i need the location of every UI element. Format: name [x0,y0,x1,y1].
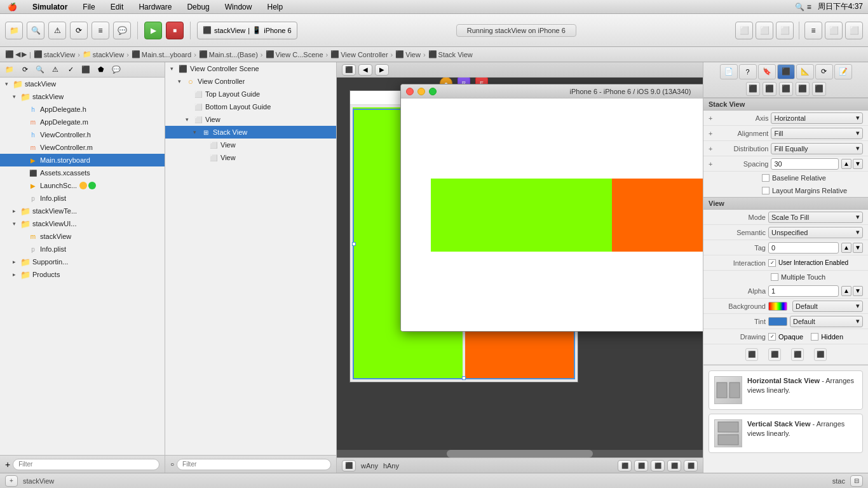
menu-debug[interactable]: Debug [184,3,212,11]
tree-item-supportin[interactable]: 📁 Supportin... [0,255,165,268]
tree-item-appdelegate-m[interactable]: m AppDelegate.m [0,116,165,128]
breadcrumb-nav-next[interactable]: ▶ [22,50,27,58]
tree-item-main-storyboard[interactable]: ▶ Main.storyboard [0,154,165,166]
nav-btn-warn[interactable]: ⚠ [48,22,66,39]
editor-standard[interactable]: ⬜ [735,22,753,39]
tree-item-viewcontroller-h[interactable]: h ViewController.h [0,128,165,141]
view-navigator[interactable]: ≡ [804,22,822,39]
nav-tab-test[interactable]: ✓ [64,64,78,76]
ib-vc-row[interactable]: ○ View Controller [165,75,336,88]
menu-edit[interactable]: Edit [108,3,126,11]
hidden-checkbox[interactable] [811,333,818,341]
canvas-btn1[interactable]: ⬛ [618,460,632,471]
tree-item-stackviewui[interactable]: 📁 stackViewUI... [0,217,165,230]
insp-tab-size[interactable]: 📐 [796,64,814,79]
tree-arrow[interactable] [170,65,178,72]
alpha-step-down[interactable]: ▼ [853,286,863,296]
tree-arrow[interactable] [193,129,201,135]
tree-arrow[interactable] [186,116,193,123]
tree-item-info-plist2[interactable]: p Info.plist [0,243,165,255]
canvas-content[interactable]: ● R E [337,78,703,450]
tree-arrow[interactable] [13,259,20,265]
spacing-step-down[interactable]: ▼ [853,159,863,169]
ib-view1-row[interactable]: ⬜ View [165,139,336,151]
stop-button[interactable]: ■ [166,22,184,39]
view-debug[interactable]: ⬜ [825,22,843,39]
nav-tab-search[interactable]: 🔍 [33,64,47,76]
bottom-split-btn[interactable]: ⊟ [850,475,863,487]
tree-item-stackview-m[interactable]: m stackView [0,230,165,243]
menu-window[interactable]: Window [222,3,255,11]
distribution-select[interactable]: Fill Equally ▾ [771,143,863,154]
sim-zoom-btn[interactable] [429,88,437,95]
sim-close-btn[interactable] [406,88,414,95]
alpha-step-up[interactable]: ▲ [841,286,851,296]
nav-tab-breakpt[interactable]: ⬟ [94,64,108,76]
canvas-nav-next[interactable]: ▶ [375,64,389,76]
nav-tab-git[interactable]: ⟳ [18,64,32,76]
run-button[interactable]: ▶ [144,22,162,39]
ib-bottom-layout-row[interactable]: ⬜ Bottom Layout Guide [165,100,336,113]
menu-file[interactable]: File [80,3,97,11]
tree-arrow[interactable] [13,220,20,227]
canvas-scrollbar-h[interactable] [337,450,703,458]
breadcrumb-nav-prev[interactable]: ◀ [15,50,20,58]
tree-arrow[interactable] [5,81,13,87]
tree-item-launchsc[interactable]: ▶ LaunchSc... [0,179,165,192]
canvas-btn4[interactable]: ⬛ [667,460,681,471]
tree-item-stackview-root[interactable]: 📁 stackView [0,78,165,90]
canvas-layout-btn[interactable]: ⬛ [342,64,356,76]
tree-arrow[interactable] [13,93,20,100]
user-interaction-checkbox[interactable] [768,259,776,267]
nav-filter-input[interactable] [13,459,159,470]
add-file-icon[interactable]: + [5,459,10,470]
tag-step-up[interactable]: ▲ [841,243,851,253]
insp-icon-4[interactable]: ⬛ [796,82,810,96]
insp-icon-3[interactable]: ⬛ [779,82,793,96]
breadcrumb-item7[interactable]: Stack View [438,51,473,58]
insp-icon-5[interactable]: ⬛ [812,82,826,96]
nav-btn-list[interactable]: ≡ [92,22,109,39]
scheme-selector[interactable]: ⬛ stackView | 📱 iPhone 6 [197,22,297,39]
breadcrumb-item4[interactable]: View C...Scene [276,51,323,58]
insp-tab-file[interactable]: 📄 [720,64,738,79]
editor-assistant[interactable]: ⬜ [756,22,773,39]
breadcrumb-item3[interactable]: Main.st...(Base) [209,51,258,58]
breadcrumb-item1[interactable]: stackView [93,51,124,58]
ib-view2-row[interactable]: ⬜ View [165,151,336,164]
background-color-swatch[interactable] [768,302,787,311]
insp-icon-2[interactable]: ⬛ [763,82,776,96]
canvas-device-btn[interactable]: ⬛ [342,460,356,471]
menu-help[interactable]: Help [264,3,285,11]
ib-top-layout-row[interactable]: ⬜ Top Layout Guide [165,88,336,100]
nav-tab-warn[interactable]: ⚠ [48,64,62,76]
canvas-btn5[interactable]: ⬛ [684,460,698,471]
spacing-input[interactable]: 30 [771,158,839,170]
background-select[interactable]: Default ▾ [792,301,863,312]
nav-btn-2[interactable]: 🔍 [27,22,44,39]
ib-view-row[interactable]: ⬜ View [165,113,336,126]
insp-tab-attr[interactable]: ⬛ [777,64,795,79]
nav-tab-debug[interactable]: ⬛ [79,64,93,76]
nav-btn-msg[interactable]: 💬 [113,22,131,39]
editor-version[interactable]: ⬜ [776,22,794,39]
nav-tab-folder[interactable]: 📁 [3,64,17,76]
layout-margins-checkbox[interactable] [762,187,770,194]
insp-tab-id[interactable]: 🔖 [758,64,776,79]
menu-hardware[interactable]: Hardware [136,3,174,11]
tint-select[interactable]: Default ▾ [790,316,863,327]
alpha-input[interactable]: 1 [768,285,839,297]
ib-filter-input[interactable] [177,459,331,470]
mode-select[interactable]: Scale To Fill ▾ [768,212,863,223]
multiple-touch-checkbox[interactable] [771,273,778,281]
insp-tab-notes[interactable]: 📝 [834,64,852,79]
tree-item-products[interactable]: 📁 Products [0,268,165,281]
alignment-select[interactable]: Fill ▾ [771,128,863,139]
tree-item-stackviewt[interactable]: 📁 stackViewTe... [0,205,165,217]
nav-tab-log[interactable]: 💬 [109,64,123,76]
tag-input[interactable]: 0 [768,242,839,254]
view-utilities[interactable]: ⬜ [845,22,863,39]
breadcrumb-item5[interactable]: View Controller [341,51,388,58]
obj-icon4[interactable]: ⬛ [814,348,827,361]
nav-btn-git[interactable]: ⟳ [70,22,88,39]
